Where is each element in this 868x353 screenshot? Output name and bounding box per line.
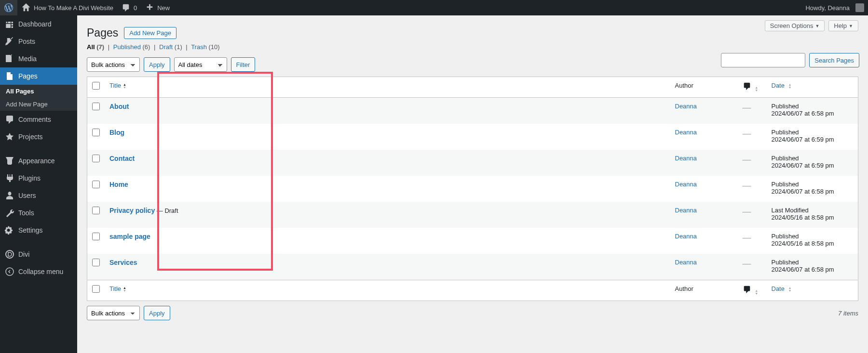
apply-button-top[interactable]: Apply [144,57,170,72]
row-checkbox[interactable] [92,129,100,136]
view-filters: All (7) | Published (6) | Draft (1) | Tr… [77,39,868,54]
column-title-foot[interactable]: Title▲▼ [105,280,670,301]
row-checkbox[interactable] [92,155,100,162]
menu-label: Tools [18,209,34,217]
table-row: HomeDeanna—Published2024/06/07 at 6:58 p… [87,176,858,202]
divi-icon [5,249,14,259]
comment-icon [743,287,751,295]
author-link[interactable]: Deanna [675,233,697,240]
row-checkbox[interactable] [92,259,100,266]
view-all[interactable]: All (7) [87,43,104,51]
my-account[interactable]: Howdy, Deanna [801,0,868,15]
page-title-link[interactable]: Home [109,181,128,188]
page-status: Published [772,129,799,136]
row-checkbox[interactable] [92,207,100,214]
view-trash[interactable]: Trash (10) [191,43,220,51]
view-published[interactable]: Published (6) [113,43,150,51]
svg-point-0 [6,250,14,258]
menu-label: Media [18,55,37,63]
menu-users[interactable]: Users [0,187,77,204]
row-checkbox[interactable] [92,181,100,188]
menu-divi[interactable]: Divi [0,246,77,263]
page-title-link[interactable]: Services [109,259,137,266]
submenu-item[interactable]: Add New Page [0,98,77,111]
select-all-bottom[interactable] [92,285,100,293]
page-title-link[interactable]: About [109,103,129,110]
wp-logo[interactable] [0,0,17,15]
author-link[interactable]: Deanna [675,155,697,162]
page-title-link[interactable]: sample page [109,233,150,240]
column-comments-foot[interactable]: ▲▼ [738,280,767,301]
page-title-link[interactable]: Privacy policy [109,207,155,214]
comments-link[interactable]: 0 [117,0,141,15]
page-date: 2024/06/07 at 6:58 pm [772,110,834,117]
table-row: ContactDeanna—Published2024/06/07 at 6:5… [87,150,858,176]
home-icon [21,3,31,13]
menu-projects[interactable]: Projects [0,128,77,145]
menu-dashboard[interactable]: Dashboard [0,15,77,33]
comment-icon [743,84,751,92]
page-title-link[interactable]: Contact [109,155,135,162]
help-button[interactable]: Help [828,20,858,31]
new-label: New [157,4,170,12]
menu-label: Divi [18,250,29,258]
menu-appearance[interactable]: Appearance [0,152,77,170]
menu-label: Settings [18,226,43,234]
page-date: 2024/06/07 at 6:58 pm [772,188,834,195]
menu-posts[interactable]: Posts [0,33,77,50]
table-row: AboutDeanna—Published2024/06/07 at 6:58 … [87,98,858,124]
row-checkbox[interactable] [92,103,100,110]
search-input[interactable] [721,53,805,67]
column-author-foot[interactable]: Author [670,280,738,301]
page-status: Published [772,259,799,266]
menu-plugins[interactable]: Plugins [0,170,77,187]
collapse-icon [5,267,14,276]
menu-comments[interactable]: Comments [0,111,77,128]
settings-icon [5,225,14,235]
menu-label: Projects [18,133,43,141]
avatar [855,3,864,12]
page-title-link[interactable]: Blog [109,129,124,136]
comments-count: — [743,259,751,268]
column-comments[interactable]: ▲▼ [738,77,767,98]
projects-icon [5,132,14,142]
author-link[interactable]: Deanna [675,181,697,188]
menu-label: Users [18,192,36,199]
row-checkbox[interactable] [92,233,100,240]
author-link[interactable]: Deanna [675,103,697,110]
author-link[interactable]: Deanna [675,259,697,266]
select-all-top[interactable] [92,82,100,90]
comments-icon [5,115,14,124]
menu-collapse[interactable]: Collapse menu [0,263,77,280]
column-date[interactable]: Date ▲▼ [767,77,858,98]
page-status: Published [772,233,799,240]
comments-count: — [743,129,751,138]
screen-options-button[interactable]: Screen Options [765,20,825,31]
view-draft[interactable]: Draft (1) [159,43,182,51]
bulk-actions-select-bottom[interactable]: Bulk actions [87,306,140,320]
date-filter-select[interactable]: All dates [174,57,227,72]
new-content-link[interactable]: New [141,0,174,15]
page-status: Published [772,181,799,188]
search-button[interactable]: Search Pages [809,53,859,67]
table-row: BlogDeanna—Published2024/06/07 at 6:59 p… [87,124,858,150]
filter-button[interactable]: Filter [231,57,256,72]
author-link[interactable]: Deanna [675,207,697,214]
column-author[interactable]: Author [670,77,738,98]
page-date: 2024/06/07 at 6:59 pm [772,162,834,169]
menu-media[interactable]: Media [0,50,77,67]
author-link[interactable]: Deanna [675,129,697,136]
column-date-foot[interactable]: Date ▲▼ [767,280,858,301]
menu-settings[interactable]: Settings [0,222,77,239]
add-new-page-button[interactable]: Add New Page [124,27,176,39]
apply-button-bottom[interactable]: Apply [144,306,170,320]
page-date: 2024/05/16 at 8:58 pm [772,240,834,247]
menu-pages[interactable]: Pages [0,67,77,85]
column-title[interactable]: Title▲▼ [105,77,670,98]
submenu-item[interactable]: All Pages [0,85,77,98]
bulk-actions-select[interactable]: Bulk actions [87,57,140,72]
appearance-icon [5,156,14,166]
menu-tools[interactable]: Tools [0,204,77,222]
page-status: Last Modified [772,207,809,214]
site-name-link[interactable]: How To Make A Divi Website [17,0,117,15]
